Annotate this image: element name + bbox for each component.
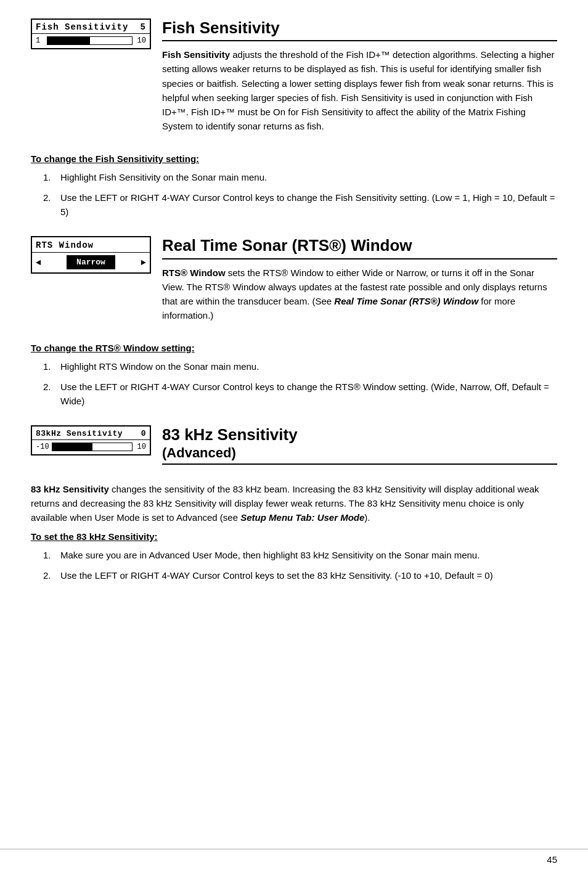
khz-sensitivity-section: 83kHz Sensitivity 0 -10 10 83 kHz Sensit… bbox=[31, 425, 557, 582]
khz-device-label: 83kHz Sensitivity bbox=[36, 429, 141, 438]
fish-device-max: 10 bbox=[135, 36, 146, 45]
khz-device-value: 0 bbox=[141, 429, 146, 438]
khz-title: 83 kHz Sensitivity (Advanced) bbox=[162, 425, 557, 465]
rts-step-2-text: Use the LEFT or RIGHT 4-WAY Cursor Contr… bbox=[60, 380, 557, 409]
rts-steps: 1. Highlight RTS Window on the Sonar mai… bbox=[43, 359, 557, 409]
fish-step-1-text: Highlight Fish Sensitivity on the Sonar … bbox=[60, 170, 267, 184]
khz-device-bar-fill bbox=[52, 443, 92, 451]
fish-step-1-num: 1. bbox=[43, 170, 60, 184]
khz-header: 83 kHz Sensitivity (Advanced) bbox=[162, 425, 557, 471]
rts-step-2-num: 2. bbox=[43, 380, 60, 409]
fish-sensitivity-intro-rest: adjusts the threshold of the Fish ID+™ d… bbox=[162, 49, 555, 131]
khz-device-min: -10 bbox=[36, 443, 49, 451]
fish-device-min: 1 bbox=[36, 36, 44, 45]
khz-intro-bold: 83 kHz Sensitivity bbox=[31, 484, 109, 494]
fish-sensitivity-intro: Fish Sensitivity adjusts the threshold o… bbox=[162, 47, 557, 134]
fish-step-2-text: Use the LEFT or RIGHT 4-WAY Cursor Contr… bbox=[60, 190, 557, 219]
page-number: 45 bbox=[547, 854, 557, 865]
fish-sensitivity-steps: 1. Highlight Fish Sensitivity on the Son… bbox=[43, 170, 557, 219]
rts-intro: RTS® Window sets the RTS® Window to eith… bbox=[162, 266, 557, 323]
fish-device-box: Fish Sensitivity 5 1 10 bbox=[31, 18, 151, 49]
khz-device-box: 83kHz Sensitivity 0 -10 10 bbox=[31, 425, 151, 455]
fish-sensitivity-intro-bold: Fish Sensitivity bbox=[162, 49, 230, 60]
khz-device-bottom-row: -10 10 bbox=[32, 440, 150, 454]
rts-device-box: RTS Window ◄ Narrow ► bbox=[31, 236, 151, 274]
rts-step-2: 2. Use the LEFT or RIGHT 4-WAY Cursor Co… bbox=[43, 380, 557, 409]
rts-subheading: To change the RTS® Window setting: bbox=[31, 343, 557, 353]
khz-device-img: 83kHz Sensitivity 0 -10 10 bbox=[31, 425, 151, 455]
rts-step-1-num: 1. bbox=[43, 359, 60, 374]
rts-arrow-right: ► bbox=[141, 258, 146, 267]
fish-sensitivity-title: Fish Sensitivity bbox=[162, 18, 557, 41]
fish-sensitivity-header: Fish Sensitivity Fish Sensitivity adjust… bbox=[162, 18, 557, 142]
fish-device-top-row: Fish Sensitivity 5 bbox=[32, 20, 150, 34]
khz-device-top-row: 83kHz Sensitivity 0 bbox=[32, 427, 150, 440]
fish-sensitivity-top: Fish Sensitivity 5 1 10 Fish Sensitivity… bbox=[31, 18, 557, 142]
fish-device-bar bbox=[47, 36, 133, 45]
fish-step-2-num: 2. bbox=[43, 190, 60, 219]
khz-device-max: 10 bbox=[135, 443, 146, 451]
khz-subheading: To set the 83 kHz Sensitivity: bbox=[31, 531, 557, 542]
khz-intro-rest2: ). bbox=[364, 512, 370, 523]
rts-device-label: RTS Window bbox=[36, 240, 94, 250]
fish-sensitivity-section: Fish Sensitivity 5 1 10 Fish Sensitivity… bbox=[31, 18, 557, 219]
rts-device-top-row: RTS Window bbox=[32, 237, 150, 253]
fish-sensitivity-subheading: To change the Fish Sensitivity setting: bbox=[31, 153, 557, 164]
rts-device-bottom-row: ◄ Narrow ► bbox=[32, 253, 150, 272]
khz-intro: 83 kHz Sensitivity changes the sensitivi… bbox=[31, 482, 557, 525]
fish-sensitivity-device: Fish Sensitivity 5 1 10 bbox=[31, 18, 151, 49]
rts-step-1: 1. Highlight RTS Window on the Sonar mai… bbox=[43, 359, 557, 374]
rts-device-img: RTS Window ◄ Narrow ► bbox=[31, 236, 151, 274]
fish-step-1: 1. Highlight Fish Sensitivity on the Son… bbox=[43, 170, 557, 184]
rts-narrow-button: Narrow bbox=[67, 255, 115, 269]
khz-step-1: 1. Make sure you are in Advanced User Mo… bbox=[43, 548, 557, 562]
rts-intro-bold: RTS® Window bbox=[162, 267, 226, 278]
rts-title: Real Time Sonar (RTS®) Window bbox=[162, 236, 557, 259]
khz-step-1-text: Make sure you are in Advanced User Mode,… bbox=[60, 548, 480, 562]
khz-device-bar bbox=[52, 443, 133, 451]
page-footer: 45 bbox=[0, 849, 588, 865]
khz-top: 83kHz Sensitivity 0 -10 10 83 kHz Sensit… bbox=[31, 425, 557, 471]
khz-step-2-num: 2. bbox=[43, 568, 60, 582]
fish-device-bar-fill bbox=[47, 37, 90, 44]
rts-header: Real Time Sonar (RTS®) Window RTS® Windo… bbox=[162, 236, 557, 331]
khz-step-1-num: 1. bbox=[43, 548, 60, 562]
khz-intro-italic: Setup Menu Tab: User Mode bbox=[240, 512, 364, 523]
khz-steps: 1. Make sure you are in Advanced User Mo… bbox=[43, 548, 557, 583]
khz-title-sub: (Advanced) bbox=[162, 445, 557, 461]
rts-section: RTS Window ◄ Narrow ► Real Time Sonar (R… bbox=[31, 236, 557, 408]
fish-device-label: Fish Sensitivity bbox=[36, 22, 141, 32]
rts-arrow-left: ◄ bbox=[36, 258, 41, 267]
fish-device-value: 5 bbox=[141, 22, 146, 32]
rts-step-1-text: Highlight RTS Window on the Sonar main m… bbox=[60, 359, 259, 374]
fish-step-2: 2. Use the LEFT or RIGHT 4-WAY Cursor Co… bbox=[43, 190, 557, 219]
khz-step-2: 2. Use the LEFT or RIGHT 4-WAY Cursor Co… bbox=[43, 568, 557, 582]
rts-intro-italic: Real Time Sonar (RTS®) Window bbox=[334, 296, 478, 306]
khz-title-main: 83 kHz Sensitivity bbox=[162, 425, 298, 444]
rts-top: RTS Window ◄ Narrow ► Real Time Sonar (R… bbox=[31, 236, 557, 331]
khz-step-2-text: Use the LEFT or RIGHT 4-WAY Cursor Contr… bbox=[60, 568, 493, 582]
fish-device-bottom-row: 1 10 bbox=[32, 34, 150, 48]
